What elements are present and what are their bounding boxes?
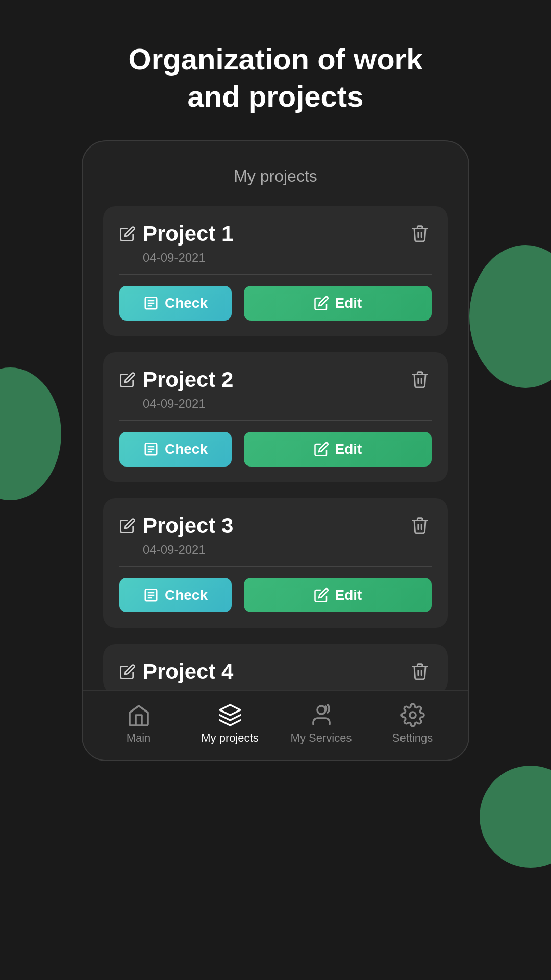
pencil-icon-3 [119,518,136,534]
check-list-icon-3 [143,587,159,603]
pencil-icon [119,226,136,242]
nav-label-main: Main [127,731,151,745]
project-3-edit-button[interactable]: Edit [244,578,432,612]
layers-icon [218,703,242,727]
project-card-3: Project 3 04-09-2021 [103,498,448,628]
project-4-name: Project 4 [143,659,233,684]
trash-icon-4 [410,662,430,681]
edit-icon-2 [314,442,329,457]
project-2-header: Project 2 [119,368,432,393]
project-4-delete-button[interactable] [408,659,432,684]
svg-point-13 [317,706,325,714]
nav-item-my-projects[interactable]: My projects [184,703,276,745]
svg-marker-12 [220,705,240,715]
bottom-nav: Main My projects My Services [83,690,468,760]
project-1-date: 04-09-2021 [143,251,432,265]
project-4-header: Project 4 [119,659,432,684]
project-3-header: Project 3 [119,513,432,538]
project-1-header: Project 1 [119,222,432,247]
project-2-divider [119,420,432,421]
project-1-edit-button[interactable]: Edit [244,286,432,321]
project-3-title-row: Project 3 [119,513,233,538]
phone-frame: My projects Project 1 04-09-20 [82,140,469,761]
services-icon [309,703,334,727]
nav-item-my-services[interactable]: My Services [276,703,367,745]
project-1-actions: Check Edit [119,286,432,321]
project-1-divider [119,274,432,275]
settings-icon [400,703,425,727]
project-2-delete-button[interactable] [408,368,432,393]
project-2-name: Project 2 [143,368,233,392]
section-title: My projects [103,167,448,186]
trash-icon-3 [410,516,430,535]
project-3-divider [119,566,432,567]
trash-icon [410,224,430,243]
project-1-check-button[interactable]: Check [119,286,232,321]
nav-item-main[interactable]: Main [93,703,184,745]
page-heading: Organization of work and projects [0,0,551,140]
trash-icon-2 [410,370,430,389]
project-card-2: Project 2 04-09-2021 [103,352,448,482]
project-3-delete-button[interactable] [408,513,432,538]
edit-icon [314,296,329,311]
nav-item-settings[interactable]: Settings [367,703,458,745]
nav-label-my-projects: My projects [201,731,258,745]
deco-circle-top-right [469,245,551,388]
deco-circle-bottom-right [480,766,551,868]
project-2-actions: Check Edit [119,432,432,467]
edit-icon-3 [314,587,329,603]
check-list-icon-2 [143,442,159,457]
project-1-title-row: Project 1 [119,222,233,246]
home-icon [127,703,151,727]
deco-circle-mid-left [0,368,61,500]
project-4-title-row: Project 4 [119,659,233,684]
pencil-icon-4 [119,664,136,680]
project-2-check-button[interactable]: Check [119,432,232,467]
project-3-name: Project 3 [143,513,233,538]
pencil-icon-2 [119,372,136,388]
nav-label-my-services: My Services [291,731,352,745]
svg-point-14 [410,712,416,718]
project-3-check-button[interactable]: Check [119,578,232,612]
check-list-icon [143,296,159,311]
project-card-1: Project 1 04-09-2021 [103,206,448,336]
project-card-4: Project 4 [103,644,448,694]
project-1-delete-button[interactable] [408,222,432,247]
project-2-edit-button[interactable]: Edit [244,432,432,467]
project-2-title-row: Project 2 [119,368,233,392]
project-3-actions: Check Edit [119,578,432,612]
project-1-name: Project 1 [143,222,233,246]
nav-label-settings: Settings [392,731,433,745]
project-3-date: 04-09-2021 [143,543,432,557]
project-2-date: 04-09-2021 [143,397,432,411]
